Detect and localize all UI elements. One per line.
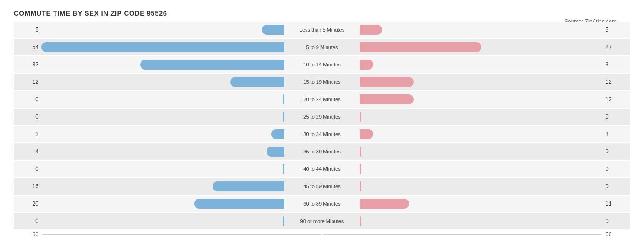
bar-section: 90 or more Minutes <box>41 213 603 229</box>
female-bar <box>360 42 481 52</box>
male-bars <box>41 147 285 157</box>
female-bar <box>360 112 361 122</box>
row-label: 15 to 19 Minutes <box>285 79 359 85</box>
female-bar <box>360 216 361 226</box>
female-bars <box>359 112 603 122</box>
chart-row: 0 40 to 44 Minutes 0 <box>14 161 630 177</box>
female-value: 0 <box>603 114 630 120</box>
female-value: 12 <box>603 96 630 103</box>
female-bar <box>360 199 409 209</box>
male-bar <box>230 77 284 87</box>
female-value: 0 <box>603 166 630 172</box>
female-value: 27 <box>603 44 630 50</box>
bar-section: 20 to 24 Minutes <box>41 91 603 108</box>
chart-area: 5 Less than 5 Minutes 5 54 5 to 9 Minute… <box>14 22 630 229</box>
male-bars <box>41 164 285 174</box>
row-label: 10 to 14 Minutes <box>285 62 359 67</box>
male-bars <box>41 199 285 209</box>
male-value: 54 <box>14 44 41 50</box>
male-bar <box>283 94 284 104</box>
male-bar <box>213 181 284 191</box>
chart-row: 16 45 to 59 Minutes 0 <box>14 178 630 195</box>
male-value: 5 <box>14 27 41 33</box>
bar-section: 60 to 89 Minutes <box>41 196 603 212</box>
female-value: 3 <box>603 131 630 137</box>
male-bar <box>283 164 284 174</box>
male-bars <box>41 129 285 139</box>
row-label: 25 to 29 Minutes <box>285 114 359 120</box>
bar-section: Less than 5 Minutes <box>41 22 603 38</box>
chart-row: 5 Less than 5 Minutes 5 <box>14 22 630 38</box>
bar-section: 10 to 14 Minutes <box>41 56 603 73</box>
female-value: 0 <box>603 148 630 155</box>
male-value: 20 <box>14 201 41 207</box>
male-bars <box>41 25 285 35</box>
male-bar <box>262 25 284 35</box>
bar-section: 15 to 19 Minutes <box>41 74 603 90</box>
axis-right-label: 60 <box>603 231 630 238</box>
female-bars <box>359 25 603 35</box>
female-bars <box>359 181 603 191</box>
female-bars <box>359 42 603 52</box>
male-value: 3 <box>14 131 41 137</box>
female-value: 11 <box>603 201 630 207</box>
female-bar <box>360 129 373 139</box>
axis-row: 60 60 <box>14 231 630 238</box>
female-bar <box>360 94 414 104</box>
female-bars <box>359 77 603 87</box>
female-bars <box>359 216 603 226</box>
bar-section: 45 to 59 Minutes <box>41 178 603 195</box>
male-value: 0 <box>14 218 41 224</box>
female-bar <box>360 147 361 157</box>
male-bars <box>41 42 285 52</box>
bar-section: 30 to 34 Minutes <box>41 126 603 142</box>
female-bar <box>360 77 414 87</box>
male-value: 32 <box>14 61 41 68</box>
bar-section: 40 to 44 Minutes <box>41 161 603 177</box>
female-bar <box>360 60 373 70</box>
male-bars <box>41 60 285 70</box>
female-value: 0 <box>603 218 630 224</box>
row-label: 35 to 39 Minutes <box>285 149 359 154</box>
male-bars <box>41 181 285 191</box>
row-label: 60 to 89 Minutes <box>285 201 359 206</box>
row-label: 5 to 9 Minutes <box>285 44 359 50</box>
male-bar <box>140 60 284 70</box>
bar-section: 5 to 9 Minutes <box>41 39 603 55</box>
row-label: 20 to 24 Minutes <box>285 97 359 102</box>
male-value: 0 <box>14 96 41 103</box>
chart-row: 0 25 to 29 Minutes 0 <box>14 109 630 125</box>
chart-row: 12 15 to 19 Minutes 12 <box>14 74 630 90</box>
male-bars <box>41 77 285 87</box>
male-value: 0 <box>14 166 41 172</box>
row-label: Less than 5 Minutes <box>285 27 359 33</box>
female-value: 3 <box>603 61 630 68</box>
male-value: 4 <box>14 148 41 155</box>
chart-title: COMMUTE TIME BY SEX IN ZIP CODE 95526 <box>14 9 630 17</box>
row-label: 45 to 59 Minutes <box>285 184 359 189</box>
chart-row: 20 60 to 89 Minutes 11 <box>14 196 630 212</box>
male-bar <box>194 199 284 209</box>
female-bars <box>359 94 603 104</box>
male-bars <box>41 216 285 226</box>
female-value: 0 <box>603 183 630 190</box>
chart-row: 4 35 to 39 Minutes 0 <box>14 143 630 160</box>
female-bar <box>360 25 382 35</box>
axis-center <box>41 234 603 235</box>
female-bars <box>359 147 603 157</box>
male-bar <box>41 42 284 52</box>
female-bars <box>359 164 603 174</box>
chart-row: 3 30 to 34 Minutes 3 <box>14 126 630 142</box>
male-bar <box>271 129 285 139</box>
chart-row: 32 10 to 14 Minutes 3 <box>14 56 630 73</box>
bar-section: 35 to 39 Minutes <box>41 143 603 160</box>
male-bar <box>283 216 284 226</box>
row-label: 30 to 34 Minutes <box>285 131 359 137</box>
male-value: 16 <box>14 183 41 190</box>
bar-section: 25 to 29 Minutes <box>41 109 603 125</box>
female-bar <box>360 164 361 174</box>
chart-row: 0 90 or more Minutes 0 <box>14 213 630 229</box>
female-bars <box>359 129 603 139</box>
female-value: 5 <box>603 27 630 33</box>
male-value: 12 <box>14 79 41 85</box>
